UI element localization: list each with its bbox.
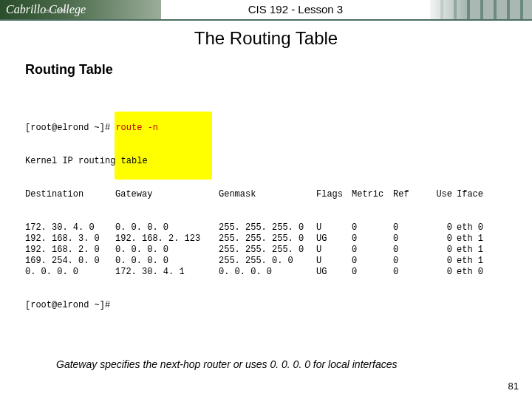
table-header-row: DestinationGatewayGenmaskFlagsMetricRefU…: [25, 189, 532, 200]
page-number: 81: [508, 381, 519, 392]
terminal-output: [root@elrond ~]# route -n Kernel IP rout…: [25, 89, 532, 322]
cell-iface: eth 0: [452, 222, 492, 233]
cell-use: 0: [430, 245, 452, 256]
cell-genmask: 255. 255. 255. 0: [219, 222, 316, 233]
prompt-end: [root@elrond ~]#: [25, 300, 532, 311]
cell-flags: U: [316, 245, 352, 256]
cell-metric: 0: [352, 233, 393, 245]
cell-genmask: 255. 255. 255. 0: [219, 245, 316, 256]
caption-text: Gateway specifies the next-hop router or…: [56, 358, 411, 371]
cell-metric: 0: [352, 245, 393, 256]
cell-use: 0: [430, 233, 452, 245]
cell-metric: 0: [352, 222, 393, 233]
hdr-iface: Iface: [452, 189, 492, 200]
cell-ref: 0: [393, 222, 430, 233]
hdr-metric: Metric: [352, 189, 393, 200]
cell-dest: 169. 254. 0. 0: [25, 256, 115, 267]
cell-dest: 192. 168. 3. 0: [25, 233, 115, 245]
table-row: 192. 168. 2. 00. 0. 0. 0255. 255. 255. 0…: [25, 245, 532, 256]
hdr-dest: Destination: [25, 189, 115, 200]
hdr-gateway: Gateway: [115, 189, 219, 200]
hdr-use: Use: [430, 189, 452, 200]
header-rule: [0, 19, 532, 21]
cell-use: 0: [430, 267, 452, 278]
cell-gateway: 172. 30. 4. 1: [115, 267, 219, 278]
cell-genmask: 255. 255. 255. 0: [219, 233, 316, 245]
cell-iface: eth 1: [452, 233, 492, 245]
hdr-ref: Ref: [393, 189, 430, 200]
table-row: 172. 30. 4. 00. 0. 0. 0255. 255. 255. 0U…: [25, 222, 532, 233]
cell-genmask: 255. 255. 0. 0: [219, 256, 316, 267]
cell-dest: 192. 168. 2. 0: [25, 245, 115, 256]
lesson-title: CIS 192 - Lesson 3: [161, 0, 430, 19]
cell-flags: UG: [316, 267, 352, 278]
cell-ref: 0: [393, 256, 430, 267]
cell-ref: 0: [393, 233, 430, 245]
cell-ref: 0: [393, 245, 430, 256]
prompt: [root@elrond ~]#: [25, 123, 115, 133]
cell-iface: eth 1: [452, 256, 492, 267]
cell-genmask: 0. 0. 0. 0: [219, 267, 316, 278]
cell-metric: 0: [352, 267, 393, 278]
kernel-line: Kernel IP routing table: [25, 156, 532, 167]
cell-gateway: 0. 0. 0. 0: [115, 222, 219, 233]
header-photo: [430, 0, 532, 19]
hdr-genmask: Genmask: [219, 189, 316, 200]
cell-dest: 0. 0. 0. 0: [25, 267, 115, 278]
college-logo: Cabrillo College est. 1959: [0, 0, 161, 19]
section-heading: Routing Table: [25, 62, 532, 78]
gateway-highlight: [115, 112, 212, 180]
cell-flags: U: [316, 256, 352, 267]
cell-use: 0: [430, 256, 452, 267]
table-row: 169. 254. 0. 00. 0. 0. 0255. 255. 0. 0U0…: [25, 256, 532, 267]
cell-use: 0: [430, 222, 452, 233]
cell-ref: 0: [393, 267, 430, 278]
cell-dest: 172. 30. 4. 0: [25, 222, 115, 233]
cell-iface: eth 0: [452, 267, 492, 278]
cell-gateway: 0. 0. 0. 0: [115, 256, 219, 267]
cell-flags: UG: [316, 233, 352, 245]
hdr-flags: Flags: [316, 189, 352, 200]
cell-metric: 0: [352, 256, 393, 267]
header-bar: Cabrillo College est. 1959 CIS 192 - Les…: [0, 0, 532, 19]
table-row: 0. 0. 0. 0172. 30. 4. 10. 0. 0. 0UG000et…: [25, 267, 532, 278]
cell-iface: eth 1: [452, 245, 492, 256]
cell-flags: U: [316, 222, 352, 233]
cell-gateway: 0. 0. 0. 0: [115, 245, 219, 256]
table-row: 192. 168. 3. 0192. 168. 2. 123255. 255. …: [25, 233, 532, 245]
page-title: The Routing Table: [0, 28, 532, 49]
command-text: route -n: [115, 123, 158, 133]
logo-est-text: est. 1959: [44, 1, 66, 21]
cell-gateway: 192. 168. 2. 123: [115, 233, 219, 245]
